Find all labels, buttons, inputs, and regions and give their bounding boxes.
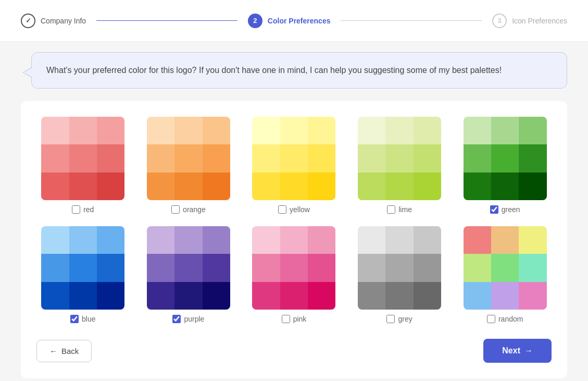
color-checkbox-purple[interactable] [172,315,181,323]
color-swatch-grey[interactable] [358,226,441,310]
step-color-preferences: 2 Color Preferences [248,14,331,28]
color-name-random: random [498,315,523,323]
color-name-purple: purple [184,315,204,323]
color-checkbox-pink[interactable] [282,315,290,323]
color-checkbox-lime[interactable] [387,205,395,214]
color-swatch-yellow[interactable] [252,117,335,200]
color-checkbox-blue[interactable] [70,315,79,323]
color-name-orange: orange [183,205,206,214]
main-content: What's your preferred color for this log… [0,42,588,381]
color-name-blue: blue [82,315,95,323]
color-item-red: red [36,117,130,214]
step-line-2 [341,20,482,21]
color-checkbox-grey[interactable] [386,315,395,323]
color-item-lime: lime [353,117,446,214]
color-item-orange: orange [142,117,235,214]
step-label-color-preferences: Color Preferences [268,17,331,25]
chat-bubble: What's your preferred color for this log… [31,52,567,89]
color-label-lime[interactable]: lime [387,205,412,214]
color-name-red: red [83,205,94,214]
color-item-green: green [458,117,552,214]
color-label-grey[interactable]: grey [386,315,412,323]
color-swatch-purple[interactable] [147,226,230,310]
color-checkbox-green[interactable] [490,205,498,214]
color-name-lime: lime [398,205,412,214]
color-swatch-orange[interactable] [147,117,230,200]
step-line-1 [96,20,237,21]
step-circle-icon-preferences: 3 [492,14,507,28]
back-arrow-icon: ← [49,347,57,355]
color-item-grey: grey [353,226,446,323]
back-label: Back [61,347,79,355]
color-label-purple[interactable]: purple [172,315,204,323]
color-grid-container: redorangeyellowlimegreenbluepurplepinkgr… [21,101,567,378]
color-checkbox-orange[interactable] [171,205,180,214]
color-grid: redorangeyellowlimegreenbluepurplepinkgr… [36,117,552,323]
color-name-green: green [502,205,520,214]
color-label-orange[interactable]: orange [171,205,206,214]
color-label-red[interactable]: red [72,205,94,214]
color-swatch-green[interactable] [464,117,547,200]
color-label-random[interactable]: random [487,315,523,323]
next-arrow-icon: → [524,346,533,355]
step-circle-color-preferences: 2 [248,14,262,28]
step-label-company-info: Company Info [41,17,86,25]
chat-message: What's your preferred color for this log… [46,64,552,77]
color-checkbox-yellow[interactable] [278,205,286,214]
color-swatch-blue[interactable] [41,226,124,310]
color-item-pink: pink [247,226,341,323]
back-button[interactable]: ← Back [36,340,92,362]
color-label-green[interactable]: green [490,205,520,214]
color-item-random: random [458,226,552,323]
color-swatch-random[interactable] [464,226,547,310]
stepper: ✓ Company Info 2 Color Preferences 3 Ico… [0,0,588,42]
color-name-pink: pink [293,315,307,323]
color-swatch-pink[interactable] [252,226,335,310]
color-label-yellow[interactable]: yellow [278,205,310,214]
next-button[interactable]: Next → [483,339,552,363]
step-company-info: ✓ Company Info [21,14,86,28]
bottom-bar: ← Back Next → [36,339,552,363]
color-item-purple: purple [142,226,235,323]
step-label-icon-preferences: Icon Preferences [512,17,567,25]
color-swatch-lime[interactable] [358,117,441,200]
color-name-yellow: yellow [290,205,310,214]
color-swatch-red[interactable] [41,117,124,200]
step-icon-preferences: 3 Icon Preferences [492,14,567,28]
step-circle-company-info: ✓ [21,14,35,28]
color-checkbox-random[interactable] [487,315,495,323]
color-label-blue[interactable]: blue [70,315,95,323]
color-label-pink[interactable]: pink [282,315,307,323]
next-label: Next [502,346,520,355]
color-checkbox-red[interactable] [72,205,80,214]
color-item-blue: blue [36,226,130,323]
color-item-yellow: yellow [247,117,341,214]
color-name-grey: grey [398,315,412,323]
